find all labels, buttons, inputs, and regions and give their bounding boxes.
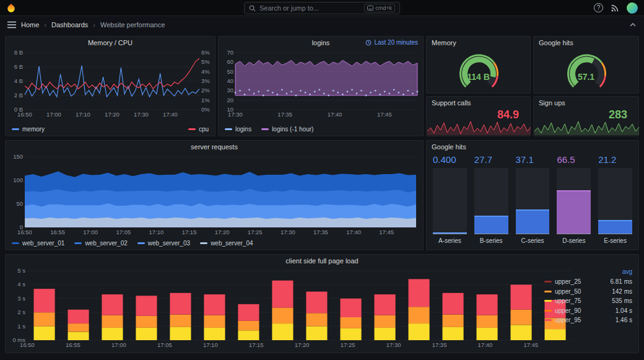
svg-text:17:30: 17:30 <box>228 111 243 118</box>
panel-title-google-hits-bars[interactable]: Google hits <box>427 141 638 153</box>
legend-item[interactable]: logins <box>225 126 251 133</box>
svg-text:17:45: 17:45 <box>377 111 392 118</box>
svg-text:17:35: 17:35 <box>432 341 447 348</box>
bar-gauge-label: B-series <box>474 234 508 245</box>
svg-text:17:05: 17:05 <box>157 341 172 348</box>
legend-item[interactable]: upper_75535 ms <box>544 296 632 306</box>
svg-text:17:05: 17:05 <box>116 229 131 235</box>
svg-text:8 B: 8 B <box>14 49 23 56</box>
flame-icon <box>6 3 16 13</box>
svg-text:6%: 6% <box>201 49 210 56</box>
panel-title-sign-ups[interactable]: Sign ups <box>534 97 638 109</box>
grafana-logo-icon[interactable] <box>6 3 16 13</box>
legend-item[interactable]: upper_951.46 s <box>544 315 632 325</box>
svg-text:17:25: 17:25 <box>341 341 355 348</box>
breadcrumb-dashboards[interactable]: Dashboards <box>51 21 88 29</box>
svg-text:17:00: 17:00 <box>46 111 61 118</box>
server-requests-chart[interactable]: 15010050016:5016:5517:0017:0517:1017:151… <box>6 153 424 236</box>
svg-text:50: 50 <box>227 68 233 75</box>
svg-text:70: 70 <box>227 49 233 56</box>
news-rss-icon[interactable] <box>611 4 619 12</box>
bar-gauge-label: D-series <box>557 234 591 245</box>
legend-item[interactable]: upper_256.81 ms <box>544 277 632 287</box>
server-requests-legend: web_server_01web_server_02web_server_03w… <box>12 240 417 247</box>
svg-text:17:40: 17:40 <box>478 341 493 348</box>
svg-text:40: 40 <box>227 77 233 84</box>
user-avatar[interactable] <box>627 2 638 14</box>
bar-gauge-value: 37.1 <box>516 154 550 168</box>
google-hits-bar-gauge: 0.400A-series27.7B-series37.1C-series66.… <box>433 154 632 245</box>
search-input[interactable]: Search or jump to... cmd+k <box>244 2 400 14</box>
search-shortcut-text: cmd+k <box>375 5 392 11</box>
search-shortcut-badge: cmd+k <box>364 4 395 12</box>
clock-icon <box>365 40 372 46</box>
help-icon[interactable]: ? <box>594 3 603 12</box>
panel-google-hits-gauge: Google hits 57.1 <box>533 36 639 94</box>
svg-text:17:30: 17:30 <box>281 229 295 235</box>
svg-text:3%: 3% <box>201 77 210 84</box>
bar-gauge-column: 21.2E-series <box>598 154 632 245</box>
svg-text:17:20: 17:20 <box>105 111 120 118</box>
bar-gauge-value: 27.7 <box>474 154 508 168</box>
page-load-chart[interactable]: 5 s4 s3 s2 s1 s0 ms16:5016:5517:0017:051… <box>6 267 576 349</box>
legend-item[interactable]: cpu <box>188 126 209 133</box>
legend-item[interactable]: logins (-1 hour) <box>261 126 313 133</box>
panel-sign-ups: Sign ups 283 <box>533 96 639 136</box>
legend-header-avg[interactable]: avg <box>544 268 632 277</box>
bar-gauge-label: E-series <box>598 234 632 245</box>
svg-text:17:10: 17:10 <box>203 341 218 348</box>
legend-item[interactable]: memory <box>12 126 45 133</box>
bar-gauge-column: 66.5D-series <box>557 154 591 245</box>
panel-title-memory-cpu[interactable]: Memory / CPU <box>6 37 215 49</box>
svg-text:16:50: 16:50 <box>17 229 32 235</box>
legend-item[interactable]: web_server_02 <box>74 240 127 247</box>
breadcrumb-home[interactable]: Home <box>21 21 39 29</box>
keyboard-icon <box>367 6 373 11</box>
bar-gauge-fill <box>516 209 550 234</box>
logins-chart[interactable]: 7060504030201017:3017:3517:4017:45 <box>219 49 424 118</box>
panel-google-hits-bargauge: Google hits 0.400A-series27.7B-series37.… <box>426 140 639 250</box>
svg-text:17:20: 17:20 <box>215 229 230 235</box>
panel-title-google-hits[interactable]: Google hits <box>534 37 638 49</box>
breadcrumb-separator: › <box>93 21 95 29</box>
svg-text:1%: 1% <box>201 97 210 103</box>
chevron-up-icon[interactable] <box>629 22 637 27</box>
panel-title-page-load[interactable]: client side full page load <box>6 255 638 267</box>
svg-text:17:15: 17:15 <box>182 229 197 235</box>
sign-ups-value: 283 <box>609 108 627 121</box>
legend-item[interactable]: web_server_01 <box>12 240 64 247</box>
svg-text:3 s: 3 s <box>17 295 25 302</box>
bar-gauge-fill <box>598 220 632 234</box>
panel-server-requests: server requests 15010050016:5016:5517:00… <box>5 140 424 250</box>
svg-text:60: 60 <box>227 58 233 65</box>
svg-text:16:55: 16:55 <box>50 229 65 235</box>
bar-gauge-fill <box>557 190 591 234</box>
legend-item[interactable]: upper_901.04 s <box>544 306 632 316</box>
bar-gauge-bar <box>598 168 632 234</box>
svg-text:17:45: 17:45 <box>524 341 539 348</box>
svg-text:16:50: 16:50 <box>20 341 35 348</box>
google-hits-gauge <box>534 49 639 94</box>
breadcrumb-bar: Home › Dashboards › Website performance <box>0 16 644 33</box>
memory-cpu-chart[interactable]: 8 B6 B4 B2 B0 B6%5%4%3%2%1%0%16:5017:001… <box>6 49 215 118</box>
svg-text:17:40: 17:40 <box>328 111 342 118</box>
svg-text:30: 30 <box>227 87 233 94</box>
legend-item[interactable]: web_server_03 <box>137 240 190 247</box>
svg-text:4 B: 4 B <box>14 77 23 84</box>
svg-text:17:35: 17:35 <box>313 229 328 235</box>
panel-title-memory[interactable]: Memory <box>427 37 530 49</box>
nav-right-icons: ? <box>594 2 638 14</box>
svg-text:17:40: 17:40 <box>346 229 361 235</box>
time-range-label[interactable]: Last 20 minutes <box>365 39 418 46</box>
memory-cpu-legend: memorycpu <box>12 126 209 133</box>
svg-text:16:55: 16:55 <box>66 341 80 348</box>
panel-memory-gauge: Memory 114 B <box>426 36 531 94</box>
breadcrumb-separator: › <box>44 21 46 29</box>
svg-text:2 s: 2 s <box>17 309 25 315</box>
legend-item[interactable]: upper_50142 ms <box>544 287 632 297</box>
menu-icon[interactable] <box>7 21 16 29</box>
panel-title-support-calls[interactable]: Support calls <box>427 97 530 109</box>
panel-title-server-requests[interactable]: server requests <box>6 141 423 153</box>
svg-text:4 s: 4 s <box>17 281 25 288</box>
legend-item[interactable]: web_server_04 <box>200 240 253 247</box>
